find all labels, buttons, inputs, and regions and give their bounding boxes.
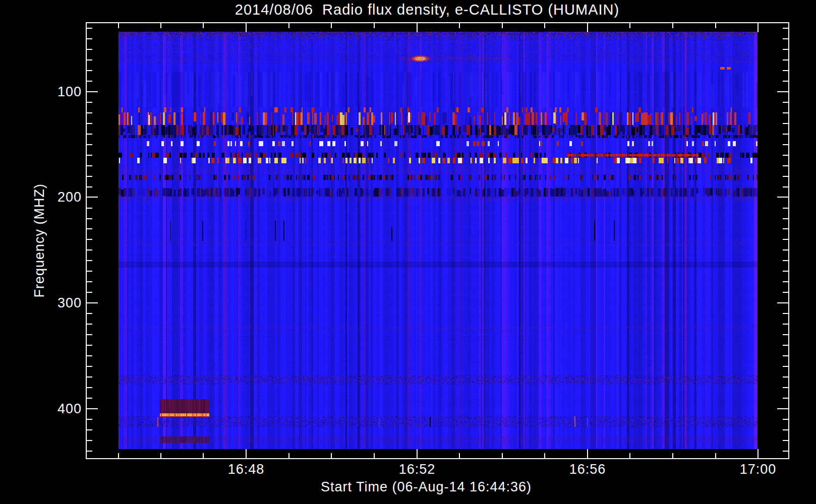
y-axis-minor-tick [783,239,788,240]
y-axis-major-tick [87,91,98,92]
y-axis-major-tick [777,91,788,92]
y-axis-minor-tick [783,134,788,135]
y-axis-minor-tick [87,334,92,335]
y-axis-minor-tick [87,38,92,39]
y-axis-minor-tick [783,451,788,452]
y-axis-minor-tick [87,49,92,50]
y-axis-minor-tick [783,81,788,82]
x-axis-major-tick [246,449,247,458]
x-axis-minor-tick [374,453,375,458]
x-axis-minor-tick [459,453,460,458]
x-axis-minor-tick [629,453,630,458]
y-axis-minor-tick [783,186,788,187]
y-axis-minor-tick [783,281,788,282]
x-axis-minor-tick [288,453,289,458]
y-axis-minor-tick [783,165,788,166]
y-axis-minor-tick [783,49,788,50]
y-axis-minor-tick [783,376,788,377]
y-axis-minor-tick [87,123,92,124]
y-axis-minor-tick [87,366,92,367]
y-axis-minor-tick [87,324,92,325]
y-axis-minor-tick [87,387,92,388]
y-axis-minor-tick [87,355,92,356]
y-axis-minor-tick [783,249,788,250]
x-axis-minor-tick [672,23,673,28]
x-axis-title: Start Time (06-Aug-14 16:44:36) [224,479,628,495]
y-axis-minor-tick [87,440,92,441]
y-axis-minor-tick [783,398,788,399]
y-axis-minor-tick [783,59,788,60]
x-axis-minor-tick [118,23,119,28]
y-axis-minor-tick [783,144,788,145]
x-axis-minor-tick [672,453,673,458]
x-axis-minor-tick [715,453,716,458]
x-axis-minor-tick [331,23,332,28]
y-axis-minor-tick [87,134,92,135]
y-axis-major-tick [777,408,788,409]
x-axis-minor-tick [203,23,204,28]
x-tick-label: 17:00 [718,462,798,477]
y-axis-minor-tick [783,218,788,219]
x-axis-minor-tick [118,453,119,458]
y-axis-minor-tick [783,70,788,71]
y-tick-label: 100 [26,84,82,100]
y-axis-minor-tick [783,292,788,293]
y-axis-minor-tick [783,334,788,335]
chart-title: 2014/08/06 Radio flux density, e-CALLIST… [125,2,730,18]
y-axis-minor-tick [87,419,92,420]
y-axis-minor-tick [87,176,92,177]
y-axis-minor-tick [87,398,92,399]
x-axis-major-tick [587,449,588,458]
x-tick-label: 16:52 [377,462,457,477]
x-axis-minor-tick [629,23,630,28]
y-axis-minor-tick [783,208,788,209]
y-axis-minor-tick [87,451,92,452]
y-axis-minor-tick [783,313,788,314]
x-axis-major-tick [417,23,418,32]
y-tick-label: 200 [26,189,82,205]
y-axis-minor-tick [783,102,788,103]
y-axis-minor-tick [87,228,92,229]
x-axis-minor-tick [544,453,545,458]
y-axis-minor-tick [783,123,788,124]
y-axis-major-tick [87,408,98,409]
y-tick-label: 400 [26,401,82,417]
x-axis-minor-tick [502,23,503,28]
y-axis-major-tick [87,302,98,303]
y-axis-minor-tick [783,366,788,367]
x-axis-minor-tick [715,23,716,28]
y-axis-minor-tick [87,313,92,314]
x-axis-minor-tick [203,453,204,458]
x-axis-minor-tick [544,23,545,28]
y-axis-minor-tick [87,28,92,29]
x-axis-major-tick [587,23,588,32]
x-axis-major-tick [246,23,247,32]
y-axis-minor-tick [783,155,788,156]
y-axis-minor-tick [783,112,788,113]
y-axis-minor-tick [783,355,788,356]
y-axis-minor-tick [87,165,92,166]
y-axis-minor-tick [87,260,92,261]
y-axis-minor-tick [783,419,788,420]
y-axis-minor-tick [87,429,92,430]
y-axis-major-tick [777,302,788,303]
x-axis-minor-tick [459,23,460,28]
y-axis-minor-tick [87,208,92,209]
y-axis-minor-tick [783,429,788,430]
y-axis-minor-tick [783,440,788,441]
y-axis-minor-tick [87,112,92,113]
x-axis-major-tick [417,449,418,458]
y-axis-minor-tick [87,345,92,346]
y-axis-minor-tick [87,292,92,293]
x-axis-major-tick [757,449,759,458]
x-tick-label: 16:56 [547,462,628,477]
y-axis-minor-tick [87,81,92,82]
y-axis-minor-tick [87,239,92,240]
y-axis-major-tick [777,197,788,198]
y-axis-minor-tick [783,28,788,29]
x-axis-minor-tick [331,453,332,458]
y-tick-label: 300 [26,295,82,311]
x-axis-minor-tick [160,23,161,28]
y-axis-minor-tick [783,345,788,346]
y-axis-major-tick [87,197,98,198]
